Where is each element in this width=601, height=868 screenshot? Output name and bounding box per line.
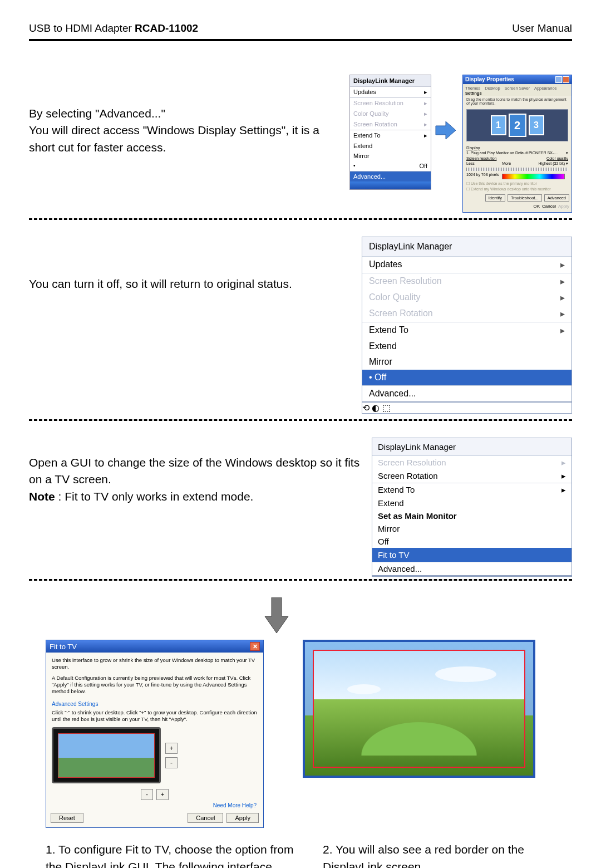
monitor-1[interactable]: 1 <box>491 115 506 135</box>
menu-item-advanced[interactable]: Advanced... <box>362 386 572 401</box>
caption-2: 2. You will also see a red border on the… <box>323 841 572 868</box>
chevron-right-icon: ▸ <box>558 325 565 336</box>
more-help-link[interactable]: Need More Help? <box>46 802 263 811</box>
plus-horiz-button[interactable]: + <box>156 789 169 800</box>
tray-icons: ⟲ ◐ ⬚ <box>362 403 391 413</box>
menu-title: DisplayLink Manager <box>362 237 572 257</box>
menu-item-rotation[interactable]: Screen Rotation▸ <box>372 469 572 483</box>
menu-item-extend[interactable]: Extend <box>372 497 572 509</box>
tab-desktop[interactable]: Desktop <box>485 86 500 91</box>
menu-item-extend-to[interactable]: Extend To▸ <box>372 483 572 497</box>
product-prefix: USB to HDMI Adapter <box>29 22 135 34</box>
tabs: Themes Desktop Screen Saver Appearance S… <box>463 84 572 96</box>
ok-button[interactable]: OK <box>534 204 540 209</box>
menu-item-resolution: Screen Resolution▸ <box>372 456 572 469</box>
hill-icon <box>352 717 486 756</box>
menu-item-off[interactable]: Off <box>350 161 431 171</box>
menu-item-quality: Color Quality▸ <box>350 109 431 119</box>
menu-item-mirror[interactable]: Mirror <box>372 522 572 535</box>
arrow-down-icon <box>263 597 290 634</box>
menu-item-advanced[interactable]: Advanced... <box>372 562 572 575</box>
section2-text: You can turn it off, so it will return t… <box>29 276 362 292</box>
page-header: USB to HDMI Adapter RCAD-11002 User Manu… <box>29 22 572 41</box>
tab-screensaver[interactable]: Screen Saver <box>505 86 530 91</box>
advanced-button[interactable]: Advanced <box>544 194 569 202</box>
primary-checkbox: ☐ Use this device as the primary monitor <box>463 181 572 187</box>
section3-text: Open a GUI to change the size of the Win… <box>29 454 372 505</box>
advanced-settings-link[interactable]: Advanced Settings <box>46 698 263 708</box>
menu-item-extend-to[interactable]: Extend To▸ <box>350 130 431 141</box>
separator <box>29 218 572 220</box>
reset-button[interactable]: Reset <box>51 813 83 823</box>
minus-vert-button[interactable]: - <box>165 757 178 768</box>
displaylink-screen-preview <box>303 640 535 778</box>
troubleshoot-button[interactable]: Troubleshoot... <box>508 194 542 202</box>
display-label: Display <box>463 144 572 150</box>
menu-item-off[interactable]: Off <box>362 370 572 385</box>
window-buttons-icon[interactable] <box>555 76 569 83</box>
close-icon[interactable]: ✕ <box>250 642 260 651</box>
plus-vert-button[interactable]: + <box>165 743 178 754</box>
displaylink-menu-fit: DisplayLink Manager Screen Resolution▸ S… <box>372 438 572 576</box>
arrow-right-icon <box>435 119 457 141</box>
menu-title: DisplayLink Manager <box>350 75 431 87</box>
tab-themes[interactable]: Themes <box>465 86 480 91</box>
menu-item-updates[interactable]: Updates▸ <box>362 257 572 273</box>
taskbar-tray <box>372 576 572 577</box>
dialog-titlebar: Fit to TV ✕ <box>46 640 263 653</box>
product-model: RCAD-11002 <box>135 22 198 34</box>
resolution-slider[interactable] <box>466 168 568 171</box>
separator <box>29 579 572 581</box>
cancel-button[interactable]: Cancel <box>188 813 223 823</box>
apply-button[interactable]: Apply <box>226 813 259 823</box>
menu-item-fit-to-tv[interactable]: Fit to TV <box>372 548 572 562</box>
tab-appearance[interactable]: Appearance <box>534 86 556 91</box>
note-label: Note <box>29 490 55 503</box>
chevron-down-icon: ▾ <box>566 151 568 155</box>
apply-button: Apply <box>558 204 569 209</box>
caption-1: 1. To configure Fit to TV, choose the op… <box>29 841 295 868</box>
chevron-right-icon: ▸ <box>561 471 566 481</box>
menu-item-mirror[interactable]: Mirror <box>362 354 572 370</box>
menu-item-updates[interactable]: Updates▸ <box>350 87 431 97</box>
menu-item-extend[interactable]: Extend <box>362 339 572 354</box>
menu-title: DisplayLink Manager <box>372 438 572 456</box>
display-properties-window: Display Properties Themes Desktop Screen… <box>462 75 572 213</box>
color-bar <box>502 174 565 179</box>
menu-item-extend-to[interactable]: Extend To▸ <box>362 322 572 339</box>
monitor-3[interactable]: 3 <box>529 115 544 135</box>
cloud-icon <box>435 666 496 682</box>
display-dropdown[interactable]: 1. Plug and Play Monitor on Default PION… <box>463 150 572 156</box>
chevron-right-icon: ▸ <box>561 485 566 495</box>
resolution-label: Screen resolution <box>466 156 496 160</box>
section1-text: By selecting "Advanced..." You will dire… <box>29 105 346 156</box>
product-title: USB to HDMI Adapter RCAD-11002 <box>29 22 198 35</box>
menu-item-rotation: Screen Rotation▸ <box>362 306 572 322</box>
separator <box>29 419 572 421</box>
menu-item-off[interactable]: Off <box>372 535 572 548</box>
dialog-intro: Use this interface to grow or shrink the… <box>46 653 263 675</box>
quality-dropdown[interactable]: Highest (32 bit) ▾ <box>539 161 568 166</box>
identify-button[interactable]: Identify <box>485 194 505 202</box>
dialog-intro2: A Default Configuration is currently bei… <box>46 675 263 698</box>
menu-item-advanced[interactable]: Advanced... <box>350 171 431 182</box>
taskbar-tray: ⟲ ◐ ⬚ <box>362 402 572 414</box>
menu-item-set-main[interactable]: Set as Main Monitor <box>372 509 572 522</box>
monitor-2[interactable]: 2 <box>509 114 526 137</box>
monitor-arrangement[interactable]: 1 2 3 <box>466 109 568 141</box>
cancel-button[interactable]: Cancel <box>542 204 556 209</box>
doc-type: User Manual <box>512 22 572 35</box>
chevron-right-icon: ▸ <box>558 259 565 270</box>
drag-hint: Drag the monitor icons to match the phys… <box>463 96 572 107</box>
displaylink-menu-large: DisplayLink Manager Updates▸ Screen Reso… <box>362 237 572 402</box>
tv-preview <box>52 727 161 783</box>
minus-horiz-button[interactable]: - <box>141 789 153 800</box>
cloud-icon <box>347 684 381 694</box>
menu-item-extend[interactable]: Extend <box>350 141 431 151</box>
dialog-adv-hint: Click "-" to shrink your desktop. Click … <box>46 708 263 725</box>
tab-settings[interactable]: Settings <box>465 91 482 96</box>
window-titlebar: Display Properties <box>463 75 572 84</box>
extend-checkbox: ☐ Extend my Windows desktop onto this mo… <box>463 187 572 192</box>
menu-item-rotation: Screen Rotation▸ <box>350 119 431 130</box>
menu-item-mirror[interactable]: Mirror <box>350 151 431 161</box>
